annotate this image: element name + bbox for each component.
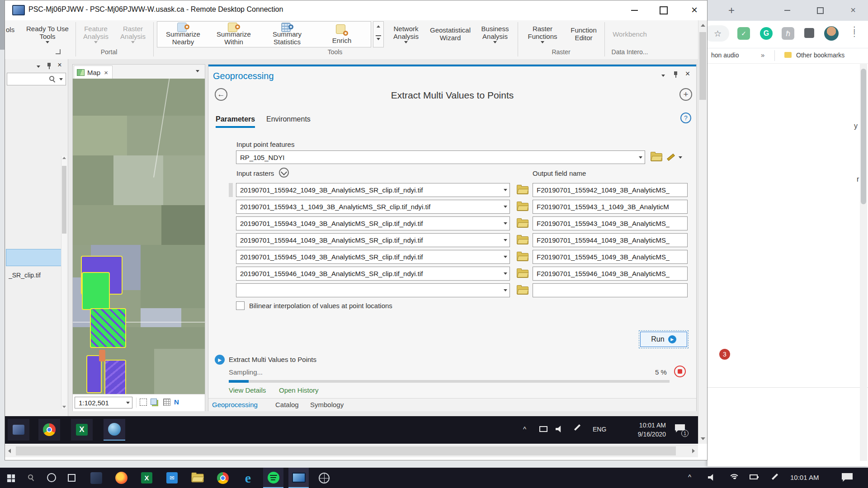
taskbar-file-explorer-icon[interactable]	[187, 468, 208, 488]
browse-input-features-icon[interactable]	[651, 153, 662, 161]
chrome-restore-button[interactable]	[817, 7, 824, 14]
open-history-link[interactable]: Open History	[279, 386, 319, 394]
map-tab-menu-icon[interactable]	[196, 70, 199, 72]
map-viewport[interactable]	[73, 79, 205, 394]
new-tab-button[interactable]: +	[725, 4, 738, 17]
rdp-hscroll-thumb[interactable]	[16, 446, 676, 455]
tray-wifi-icon[interactable]	[729, 474, 738, 481]
browse-raster-icon[interactable]	[517, 220, 528, 228]
chrome-minimize-button[interactable]	[784, 10, 790, 11]
tray-chevron-up-icon[interactable]: ^	[688, 473, 691, 481]
tray-volume-icon[interactable]	[556, 426, 563, 432]
browse-raster-icon[interactable]	[517, 253, 528, 261]
remote-excel-icon[interactable]: X	[71, 419, 93, 441]
bilinear-checkbox[interactable]	[236, 301, 245, 310]
north-indicator[interactable]: N	[174, 398, 179, 406]
add-to-project-button[interactable]: +	[679, 88, 692, 101]
tray-pen-icon[interactable]	[772, 474, 778, 480]
taskbar-chrome-icon[interactable]	[212, 468, 233, 488]
input-raster-select[interactable]: 20190701_155942_1049_3B_AnalyticMS_SR_cl…	[236, 183, 510, 197]
output-field-input[interactable]: F20190701_155944_1049_3B_AnalyticMS_	[533, 233, 688, 247]
dock-tab-geoprocessing[interactable]: Geoprocessing	[212, 401, 258, 408]
summarize-within-button[interactable]: Summarize Within	[211, 22, 256, 46]
panel-scroll-thumb[interactable]	[62, 166, 66, 234]
bookmarks-overflow-chevron[interactable]: »	[761, 51, 764, 59]
output-field-input[interactable]: F20190701_155943_1_1049_3B_AnalyticM	[533, 200, 688, 214]
rdp-horizontal-scrollbar[interactable]	[5, 445, 698, 457]
tray-battery-icon[interactable]	[750, 474, 758, 479]
portal-dialog-launcher-icon[interactable]	[56, 49, 61, 54]
job-cancel-button[interactable]	[674, 366, 686, 377]
panel-scrollbar[interactable]	[61, 156, 67, 409]
output-field-input[interactable]: F20190701_155942_1049_3B_AnalyticMS_	[533, 183, 688, 197]
tray-clock[interactable]: 10:01 AM 9/16/2020	[616, 421, 666, 439]
scroll-up-icon[interactable]	[62, 157, 66, 159]
summarize-nearby-button[interactable]: Summarize Nearby	[160, 22, 206, 46]
dock-tab-symbology[interactable]: Symbology	[310, 401, 344, 408]
input-raster-select[interactable]: 20190701_155944_1049_3B_AnalyticMS_SR_cl…	[236, 233, 510, 247]
tray-display-icon[interactable]	[539, 426, 547, 432]
scroll-right-icon[interactable]	[692, 449, 695, 453]
map-scale-select[interactable]: 1:102,501	[75, 397, 132, 408]
view-details-link[interactable]: View Details	[229, 386, 266, 394]
dock-tab-catalog[interactable]: Catalog	[275, 401, 299, 408]
action-center-icon[interactable]	[842, 473, 853, 482]
panel-close-icon[interactable]: ×	[56, 61, 64, 69]
panel-menu-icon[interactable]	[661, 75, 665, 77]
chrome-menu-icon[interactable]: ⋮⋮	[850, 28, 852, 39]
local-clock[interactable]: 10:01 AM	[790, 474, 819, 481]
row-drag-handle[interactable]	[229, 183, 233, 197]
output-field-input[interactable]: F20190701_155943_1049_3B_AnalyticMS_	[533, 216, 688, 230]
help-button[interactable]: ?	[680, 113, 691, 123]
output-field-input[interactable]: F20190701_155945_1049_3B_AnalyticMS_	[533, 250, 688, 264]
tray-pen-icon[interactable]	[574, 424, 580, 431]
panel-close-icon[interactable]: ×	[683, 69, 692, 78]
chrome-scrollbar[interactable]	[860, 63, 867, 461]
rdp-maximize-button[interactable]	[660, 6, 668, 14]
layer-name-fragment[interactable]: _SR_clip.tif	[9, 272, 41, 279]
map-tab[interactable]: Map ×	[74, 66, 113, 79]
network-analysis-button[interactable]: Network Analysis	[387, 23, 425, 45]
output-field-input[interactable]: F20190701_155946_1049_3B_AnalyticMS_	[533, 267, 688, 281]
browse-raster-icon[interactable]	[517, 236, 528, 244]
remote-app-icon[interactable]	[8, 419, 29, 441]
gallery-expand-icon[interactable]	[376, 35, 381, 36]
workbench-button[interactable]: Workbench	[608, 23, 651, 45]
input-raster-select[interactable]: 20190701_155943_1049_3B_AnalyticMS_SR_cl…	[236, 216, 510, 230]
other-bookmarks-label[interactable]: Other bookmarks	[796, 52, 844, 59]
extension-mail-icon[interactable]: ✓	[737, 27, 750, 40]
browse-raster-icon[interactable]	[517, 270, 528, 278]
tab-parameters[interactable]: Parameters	[216, 115, 255, 128]
input-raster-select[interactable]: 20190701_155946_1049_3B_AnalyticMS_SR_cl…	[236, 267, 510, 281]
taskbar-rdp-icon[interactable]	[288, 468, 309, 488]
tray-volume-icon[interactable]	[708, 474, 715, 481]
scroll-down-icon[interactable]	[62, 406, 66, 408]
chrome-close-button[interactable]: ×	[849, 5, 858, 14]
feature-analysis-button[interactable]: Feature Analysis	[78, 23, 113, 45]
remote-chrome-icon[interactable]	[38, 419, 60, 441]
ready-to-use-tools-button[interactable]: Ready To Use Tools	[22, 23, 73, 45]
browse-raster-icon[interactable]	[517, 286, 528, 295]
grid-tool-icon[interactable]	[163, 399, 170, 406]
scroll-up-icon[interactable]	[701, 24, 705, 27]
raster-functions-button[interactable]: Raster Functions	[522, 23, 563, 45]
enrich-button[interactable]: Enrich	[321, 22, 362, 46]
input-raster-select[interactable]	[236, 283, 510, 297]
taskbar-edge-icon[interactable]: e	[238, 468, 258, 488]
panel-pin-icon[interactable]	[47, 63, 51, 69]
taskbar-globe-icon[interactable]	[314, 468, 334, 488]
input-raster-select[interactable]: 20190701_155945_1049_3B_AnalyticMS_SR_cl…	[236, 250, 510, 264]
scroll-left-icon[interactable]	[8, 449, 11, 453]
grammarly-icon[interactable]: G	[760, 27, 773, 40]
bilinear-label[interactable]: Bilinear interpolation of values at poin…	[249, 302, 392, 310]
remote-arcgis-icon[interactable]	[104, 419, 125, 441]
extension-h-icon[interactable]: ℏ	[782, 27, 794, 40]
profile-avatar[interactable]	[824, 26, 839, 41]
gallery-scroll-up-icon[interactable]	[377, 25, 380, 28]
tab-environments[interactable]: Environments	[266, 115, 311, 123]
raster-analysis-button[interactable]: Raster Analysis	[115, 23, 151, 45]
search-dropdown-icon[interactable]	[59, 78, 63, 80]
rdp-title-bar[interactable]: PSC-Mj06PJWW - PSC-Mj06PJWW-W.usask.ca -…	[5, 0, 707, 21]
taskbar-excel-icon[interactable]: X	[137, 468, 157, 488]
rdp-minimize-button[interactable]	[631, 10, 638, 11]
